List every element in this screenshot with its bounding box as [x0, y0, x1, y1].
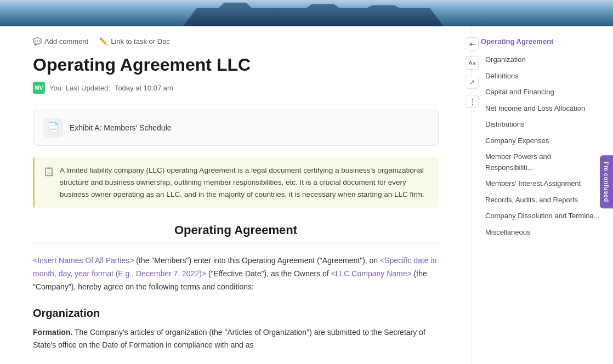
link-task-button[interactable]: ✏️ Link to task or Doc: [99, 37, 170, 46]
comment-icon: 💬: [33, 37, 42, 46]
organization-heading: Organization: [33, 307, 439, 320]
exhibit-doc-icon: 📄: [43, 118, 63, 138]
avatar: MV: [33, 82, 45, 94]
info-text: A limited liability company (LLC) operat…: [60, 164, 430, 200]
confused-button[interactable]: I'm confused: [600, 155, 613, 208]
sidebar-item-net-income[interactable]: Net Income and Loss Allocation: [481, 101, 604, 116]
sidebar-item-dissolution[interactable]: Company Dissolution and Termina...: [481, 208, 604, 224]
sidebar-item-organization[interactable]: Organization: [481, 52, 604, 67]
formation-paragraph: Formation. The Company's articles of org…: [33, 326, 439, 352]
template-paragraph: <Insert Names Of All Parties> (the "Memb…: [33, 254, 439, 293]
last-updated-label: Last Updated:: [66, 84, 110, 92]
sidebar-item-member-powers[interactable]: Member Powers and Responsibiliti...: [481, 149, 604, 175]
collapse-icon: ⇤: [469, 40, 475, 48]
font-size-button[interactable]: Aa: [466, 56, 479, 70]
sidebar-item-distributions[interactable]: Distributions: [481, 117, 604, 132]
hero-banner: [0, 0, 613, 26]
insert-names-link[interactable]: <Insert Names Of All Parties>: [33, 256, 134, 265]
formation-text: The Company's articles of organization (…: [33, 328, 425, 350]
formation-label: Formation.: [33, 328, 72, 337]
dots-icon: ⋮: [469, 98, 476, 106]
doc-meta: MV You Last Updated: Today at 10:07 am: [33, 82, 439, 94]
toolbar: 💬 Add comment ✏️ Link to task or Doc: [33, 37, 439, 46]
operating-agreement-section-title: Operating Agreement: [33, 223, 439, 237]
sidebar: ⇤ Aa ↗ ⋮ Operating Agreement Organizatio…: [472, 26, 613, 364]
timestamp: Today at 10:07 am: [115, 84, 173, 92]
author-name: You: [49, 84, 61, 92]
sidebar-item-capital[interactable]: Capital and Financing: [481, 84, 604, 100]
more-options-button[interactable]: ⋮: [466, 95, 479, 108]
add-comment-button[interactable]: 💬 Add comment: [33, 37, 88, 46]
sidebar-nav: Organization Definitions Capital and Fin…: [481, 52, 604, 240]
collapse-sidebar-button[interactable]: ⇤: [466, 37, 479, 50]
sidebar-item-interest[interactable]: Members' Interest Assignment: [481, 176, 604, 191]
exhibit-label: Exhibit A: Members' Schedule: [70, 123, 172, 132]
content-area: 💬 Add comment ✏️ Link to task or Doc Ope…: [0, 26, 472, 364]
llc-name-link[interactable]: <LLC Company Name>: [331, 269, 412, 278]
share-button[interactable]: ↗: [466, 76, 479, 89]
confused-label: I'm confused: [603, 162, 610, 202]
sidebar-item-expenses[interactable]: Company Expenses: [481, 133, 604, 149]
sidebar-item-records[interactable]: Records, Audits, and Reports: [481, 192, 604, 208]
exhibit-card[interactable]: 📄 Exhibit A: Members' Schedule: [33, 110, 439, 146]
section-title-divider: [33, 243, 439, 243]
font-icon: Aa: [468, 60, 475, 66]
sidebar-item-miscellaneous[interactable]: Miscellaneous: [481, 225, 604, 240]
template-text-2: ("Effective Date"), as the Owners of: [206, 269, 331, 278]
info-emoji: 📋: [43, 164, 54, 200]
title-divider: [33, 105, 439, 105]
link-task-label: Link to task or Doc: [111, 37, 170, 46]
share-icon: ↗: [469, 78, 475, 86]
document-title: Operating Agreement LLC: [33, 54, 439, 75]
link-icon: ✏️: [99, 37, 108, 46]
info-box: 📋 A limited liability company (LLC) oper…: [33, 157, 439, 208]
add-comment-label: Add comment: [44, 37, 88, 46]
sidebar-item-definitions[interactable]: Definitions: [481, 69, 604, 84]
sidebar-title: Operating Agreement: [481, 37, 604, 46]
template-text-1: (the "Members") enter into this Operatin…: [134, 256, 380, 265]
